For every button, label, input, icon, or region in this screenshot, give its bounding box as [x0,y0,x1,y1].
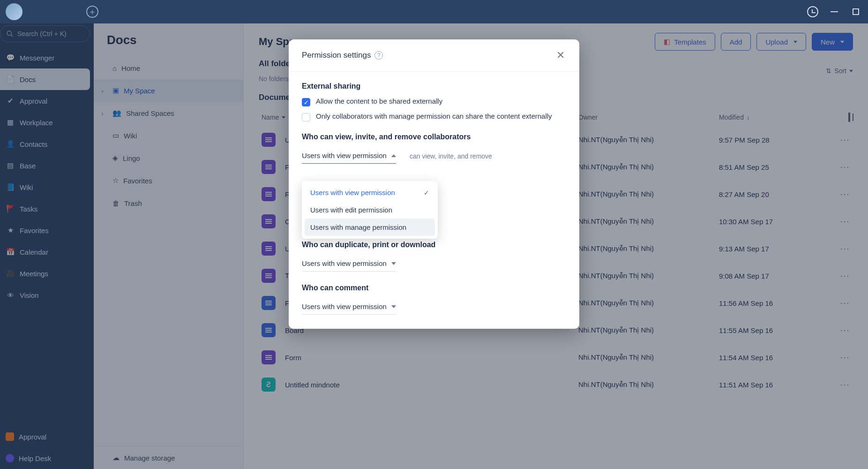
avatar[interactable] [6,3,22,20]
check-icon: ✓ [424,189,429,197]
checkbox-label: Allow the content to be shared externall… [316,97,442,105]
option-label: Users with manage permission [310,223,406,231]
section-duplicate: Who can duplicate, print or download [302,241,566,249]
dropdown-option-manage[interactable]: Users with manage permission [305,219,435,236]
collab-helper-text: can view, invite, and remove [410,152,566,160]
option-label: Users with view permission [310,189,395,197]
chevron-up-icon [391,154,396,157]
chevron-down-icon [391,262,396,265]
select-collab-permission[interactable]: Users with view permission [302,148,396,164]
checkbox-allow-external[interactable] [302,98,310,106]
dropdown-option-view[interactable]: Users with view permission ✓ [305,184,435,201]
select-value: Users with view permission [302,259,387,267]
checkbox-label: Only collaborators with manage permissio… [316,112,552,120]
close-button[interactable]: ✕ [555,50,566,61]
select-value: Users with view permission [302,303,387,310]
titlebar: ＋ [0,0,868,23]
option-label: Users with edit permission [310,206,392,214]
select-value: Users with view permission [302,151,387,159]
checkbox-manage-only-external[interactable] [302,113,310,121]
modal-title: Permission settings ? [302,51,383,60]
add-circle-icon[interactable]: ＋ [86,6,98,18]
label: Permission settings [302,51,371,60]
help-icon[interactable]: ? [374,51,383,60]
label: can view, invite, and remove [410,152,492,160]
section-external-sharing: External sharing [302,82,566,91]
history-icon[interactable] [806,5,819,18]
section-comment: Who can comment [302,284,566,292]
select-comment-permission[interactable]: Users with view permission [302,299,396,315]
dropdown-option-edit[interactable]: Users with edit permission [305,201,435,219]
section-collaborators: Who can view, invite, and remove collabo… [302,133,566,141]
window-minimize-button[interactable] [828,5,841,18]
window-maximize-button[interactable] [849,5,862,18]
permission-dropdown: Users with view permission ✓ Users with … [302,181,438,239]
select-duplicate-permission[interactable]: Users with view permission [302,256,396,272]
chevron-down-icon [391,305,396,308]
permission-settings-modal: Permission settings ? ✕ External sharing… [289,39,579,329]
